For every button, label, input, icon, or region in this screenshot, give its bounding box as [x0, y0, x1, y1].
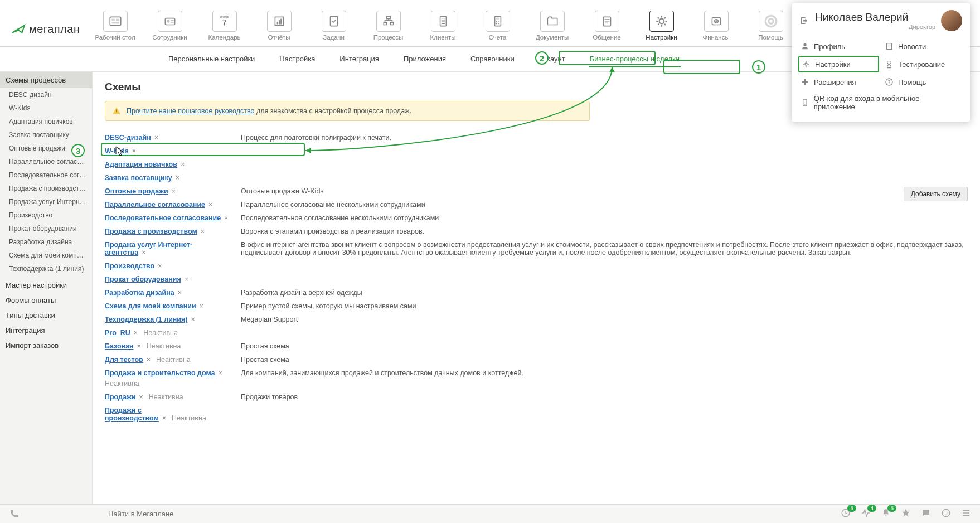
scheme-link[interactable]: Техподдержка (1 линия) — [105, 316, 188, 323]
menu-icon[interactable] — [961, 508, 971, 520]
sidebar-scheme-item[interactable]: Оптовые продажи — [0, 142, 92, 155]
scheme-link[interactable]: Производство — [105, 262, 154, 270]
delete-icon[interactable]: × — [132, 147, 136, 155]
bell-icon[interactable]: 6 — [881, 508, 891, 520]
sidebar-item[interactable]: Типы доставки — [0, 308, 92, 323]
user-menu-item[interactable]: Новости — [882, 39, 963, 54]
sidebar-group-header[interactable]: Схемы процессов — [0, 72, 92, 88]
nav-Документы[interactable]: Документы — [533, 11, 572, 44]
delete-icon[interactable]: × — [185, 275, 188, 283]
nav-Сотрудники[interactable]: Сотрудники — [151, 11, 190, 44]
delete-icon[interactable]: × — [154, 134, 158, 142]
logo[interactable]: мегаплан — [11, 22, 80, 36]
nav-Календарь[interactable]: июнь7Календарь — [205, 11, 244, 44]
delete-icon[interactable]: × — [176, 174, 179, 182]
user-menu-qr[interactable]: QR-код для входа в мобильное приложение — [798, 91, 963, 114]
scheme-link[interactable]: Продажи — [105, 393, 136, 401]
sidebar-scheme-item[interactable]: Производство — [0, 209, 92, 222]
scheme-link[interactable]: Для тестов — [105, 356, 143, 364]
subnav-item[interactable]: Аккаунт — [538, 51, 566, 67]
user-menu-item[interactable]: Расширения — [798, 75, 879, 89]
nav-Финансы[interactable]: Финансы — [697, 11, 736, 44]
sidebar-scheme-item[interactable]: Заявка поставщику — [0, 128, 92, 142]
delete-icon[interactable]: × — [147, 356, 151, 364]
scheme-link[interactable]: Базовая — [105, 342, 133, 350]
delete-icon[interactable]: × — [201, 227, 205, 235]
sidebar-scheme-item[interactable]: Последовательное согласов... — [0, 168, 92, 182]
nav-Счета[interactable]: Счета — [478, 11, 517, 44]
delete-icon[interactable]: × — [134, 329, 138, 337]
scheme-link[interactable]: W-Kids — [105, 147, 129, 155]
delete-icon[interactable]: × — [208, 201, 212, 209]
subnav-item[interactable]: Настройка — [278, 51, 316, 67]
star-icon[interactable] — [901, 508, 911, 520]
phone-icon[interactable] — [9, 509, 19, 519]
nav-Клиенты[interactable]: Клиенты — [424, 11, 463, 44]
delete-icon[interactable]: × — [181, 161, 185, 168]
nav-Рабочий стол[interactable]: Рабочий стол — [96, 11, 135, 44]
scheme-link[interactable]: Продажа с производством — [105, 227, 197, 235]
user-menu-item[interactable]: Настройки — [798, 56, 879, 72]
activity-icon[interactable]: 4 — [861, 508, 871, 520]
scheme-link[interactable]: Pro_RU — [105, 329, 130, 337]
scheme-link[interactable]: Схема для моей компании — [105, 302, 196, 310]
chat-icon[interactable] — [921, 508, 931, 520]
avatar[interactable] — [941, 10, 962, 31]
sidebar-scheme-item[interactable]: Продажа услуг Интернет-аге... — [0, 195, 92, 209]
subnav-item[interactable]: Персональные настройки — [167, 51, 256, 67]
delete-icon[interactable]: × — [178, 289, 182, 297]
delete-icon[interactable]: × — [142, 249, 145, 256]
delete-icon[interactable]: × — [158, 262, 162, 270]
nav-Помощь[interactable]: Помощь — [751, 11, 790, 44]
sidebar-item[interactable]: Мастер настройки — [0, 278, 92, 293]
subnav-item[interactable]: Справочники — [469, 51, 516, 67]
user-menu-item[interactable]: Профиль — [798, 39, 879, 54]
help-icon[interactable]: ? — [941, 508, 951, 520]
nav-Отчёты[interactable]: Отчёты — [260, 11, 299, 44]
scheme-link[interactable]: Прокат оборудования — [105, 275, 181, 283]
sidebar-scheme-item[interactable]: Продажа с производством — [0, 182, 92, 195]
clock-icon[interactable]: 6 — [841, 508, 851, 520]
user-menu-item[interactable]: ?Помощь — [882, 75, 963, 89]
sidebar-scheme-item[interactable]: Адаптация новичков — [0, 115, 92, 128]
guide-link[interactable]: Прочтите наше пошаговое руководство — [127, 107, 255, 115]
scheme-link[interactable]: Продажа и строительство дома — [105, 369, 215, 377]
subnav-item[interactable]: Бизнес-процессы и сделки — [589, 51, 681, 67]
scheme-link[interactable]: Последовательное согласование — [105, 214, 221, 222]
nav-Общение[interactable]: Общение — [588, 11, 627, 44]
delete-icon[interactable]: × — [218, 369, 222, 377]
user-menu-item[interactable]: Тестирование — [882, 56, 963, 72]
sidebar-scheme-item[interactable]: Параллельное согласование — [0, 155, 92, 168]
delete-icon[interactable]: × — [172, 187, 176, 195]
scheme-link[interactable]: Оптовые продажи — [105, 187, 168, 195]
nav-Задачи[interactable]: Задачи — [314, 11, 353, 44]
scheme-link[interactable]: Продажа услуг Интернет-агентства — [105, 241, 192, 256]
delete-icon[interactable]: × — [200, 302, 203, 310]
scheme-link[interactable]: Адаптация новичков — [105, 161, 177, 168]
scheme-link[interactable]: Заявка поставщику — [105, 174, 172, 182]
add-scheme-button[interactable]: Добавить схему — [904, 187, 968, 201]
delete-icon[interactable]: × — [162, 414, 166, 422]
sidebar-scheme-item[interactable]: Прокат оборудования — [0, 222, 92, 235]
sidebar-item[interactable]: Формы оплаты — [0, 293, 92, 308]
sidebar-item[interactable]: Интеграция — [0, 323, 92, 338]
scheme-link[interactable]: DESC-дизайн — [105, 134, 151, 142]
delete-icon[interactable]: × — [139, 393, 143, 401]
delete-icon[interactable]: × — [224, 214, 228, 222]
sidebar-scheme-item[interactable]: DESC-дизайн — [0, 88, 92, 101]
subnav-item[interactable]: Интеграция — [338, 51, 380, 67]
sidebar-item[interactable]: Импорт заказов — [0, 338, 92, 353]
exit-icon[interactable] — [799, 16, 809, 26]
delete-icon[interactable]: × — [137, 342, 140, 350]
sidebar-scheme-item[interactable]: Разработка дизайна — [0, 235, 92, 249]
subnav-item[interactable]: Приложения — [402, 51, 447, 67]
scheme-link[interactable]: Разработка дизайна — [105, 289, 174, 297]
search-input[interactable] — [107, 509, 274, 519]
delete-icon[interactable]: × — [191, 316, 195, 323]
scheme-link[interactable]: Продажи с производством — [105, 406, 159, 422]
nav-Процессы[interactable]: Процессы — [369, 11, 408, 44]
nav-Настройки[interactable]: Настройки — [642, 11, 681, 44]
sidebar-scheme-item[interactable]: Схема для моей компании — [0, 249, 92, 262]
sidebar-scheme-item[interactable]: Техподдержка (1 линия) — [0, 262, 92, 275]
scheme-link[interactable]: Параллельное согласование — [105, 201, 205, 209]
